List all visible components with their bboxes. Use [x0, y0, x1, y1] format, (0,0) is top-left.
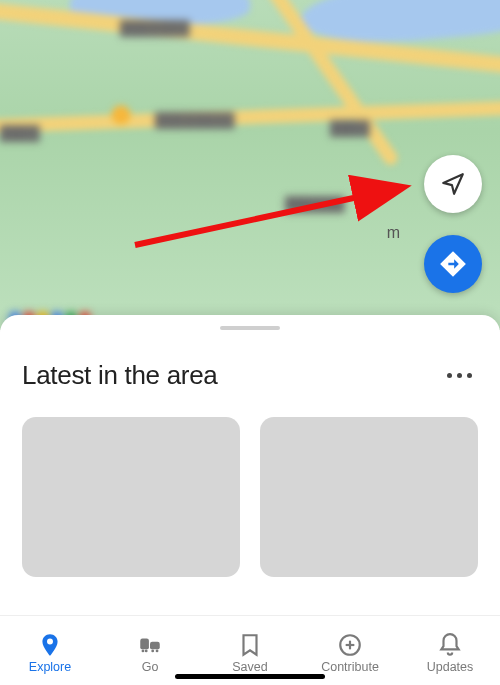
nav-label: Contribute — [321, 660, 379, 674]
area-card[interactable] — [22, 417, 240, 577]
nav-explore[interactable]: Explore — [0, 616, 100, 685]
sheet-grabber[interactable] — [220, 326, 280, 330]
home-indicator — [175, 674, 325, 679]
svg-rect-2 — [140, 638, 149, 649]
area-card[interactable] — [260, 417, 478, 577]
nav-label: Updates — [427, 660, 474, 674]
svg-point-6 — [151, 649, 154, 652]
svg-point-3 — [142, 649, 145, 652]
directions-button[interactable] — [424, 235, 482, 293]
svg-point-4 — [145, 649, 148, 652]
nav-label: Go — [142, 660, 159, 674]
map-label-m: m — [387, 224, 400, 242]
directions-icon — [439, 250, 467, 278]
bell-icon — [437, 632, 463, 658]
plus-circle-icon — [337, 632, 363, 658]
nav-label: Saved — [232, 660, 267, 674]
map-canvas[interactable]: ███████ ████████ ████ ██████ ████ m — [0, 0, 500, 330]
more-options-button[interactable] — [441, 367, 478, 384]
bookmark-icon — [237, 632, 263, 658]
svg-rect-5 — [150, 641, 160, 649]
nav-label: Explore — [29, 660, 71, 674]
svg-point-7 — [156, 649, 159, 652]
location-arrow-icon — [440, 171, 466, 197]
nav-updates[interactable]: Updates — [400, 616, 500, 685]
transit-icon — [137, 632, 163, 658]
current-location-button[interactable] — [424, 155, 482, 213]
sheet-title: Latest in the area — [22, 360, 218, 391]
bottom-sheet[interactable]: Latest in the area — [0, 315, 500, 615]
pin-icon — [37, 632, 63, 658]
